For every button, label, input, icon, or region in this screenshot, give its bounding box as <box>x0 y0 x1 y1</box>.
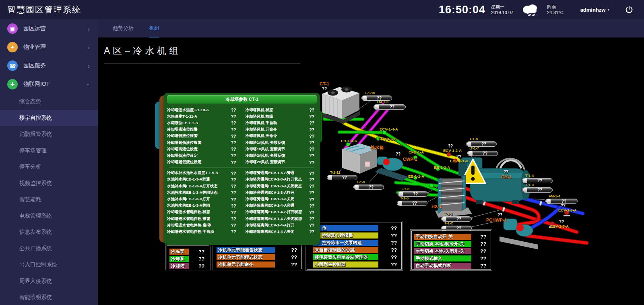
sidebar-subitem[interactable]: 电梯管理系统 <box>0 208 98 224</box>
user-menu[interactable]: adminhzw ▾ <box>580 7 609 13</box>
sidebar-subitem[interactable]: 消防报警系统 <box>0 126 98 143</box>
param-row: 冷却塔风机 关命令 ?? <box>246 133 317 139</box>
sidebar-subitem[interactable]: 视频监控系统 <box>0 175 98 192</box>
equipment-label-EB-1-1-A: EB-1-1-A <box>408 174 424 179</box>
sidebar-subitem[interactable]: 信息发布系统 <box>0 224 98 241</box>
param-row: 冷却塔2#风机 变频调节 ?? <box>246 159 317 166</box>
weather-label: 阵雨 <box>547 4 563 10</box>
header: 智慧园区管理系统 16:50:04 星期一 2019.10.07 阵雨 24-3… <box>0 0 644 19</box>
param-row: 冷却塔1#风机 变频反馈 ?? <box>246 139 317 146</box>
sensor-T-1-11: T-1-11 ?? <box>327 170 357 180</box>
energy-status-panel: 冷机单元节能准备状态 ?? 冷机单元节能模式状态 ?? 冷机单元节能命令 ?? <box>214 244 302 269</box>
sidebar-subitem-label: 智能照明系统 <box>19 294 52 301</box>
status-row: 心跳到主控制器 ?? <box>310 261 399 268</box>
content-area: A区–冷水机组 <box>98 37 644 305</box>
param-row: 冷却塔隔离阀ECV-1-4-A关闭状态 ?? <box>246 216 317 222</box>
sidebar-subitem[interactable]: 出入口控制系统 <box>0 257 98 273</box>
param-panel-body: 冷却塔进水温度T-1-10-A ?? 水箱温度T-1-11-A ?? 水箱液位L… <box>164 106 320 236</box>
equipment-label-ECV-1-5-A: ?? ECV-1-5-A <box>550 220 569 228</box>
manual-switch-panel: 手动切换自动开-关 ?? 手动切换 本地-制冷开-关 ?? 手动切换 本地-关闭… <box>411 230 491 270</box>
equipment-label-ECV-1-1-A: ?? ECV-1-1-A <box>450 154 469 163</box>
app-title: 智慧园区管理系统 <box>0 4 98 15</box>
shield-icon: ✚ <box>7 79 18 89</box>
sensor-T-1-9: T-1-9 ?? <box>353 180 384 190</box>
param-row: 冷却塔进水管电伴热 状态 ?? <box>167 209 239 216</box>
param-panel-title: 冷却塔参数 CT-1 <box>167 95 317 104</box>
status-row: 手动模式输入 ?? <box>414 255 488 261</box>
sidebar-subitem[interactable]: 公共广播系统 <box>0 241 98 257</box>
sidebar-item[interactable]: ▣ 园区运营 › <box>0 19 98 38</box>
sensor-T-1-7: T-1-7 ?? <box>467 146 498 156</box>
equipment-label-EB-1-2-A: EB-1-2-A <box>434 166 450 170</box>
sidebar-item[interactable]: ☎ 园区服务 › <box>0 56 98 75</box>
equipment-label-ECV-1-6-A: ?? ECV-1-6-A <box>558 203 577 212</box>
sidebar-subitem-label: 智慧能耗 <box>19 196 41 203</box>
sidebar-subitem[interactable]: 智慧能耗 <box>0 191 98 208</box>
tab[interactable]: 趋势分析 <box>113 19 134 37</box>
sidebar-sub-nav: 综合态势 楼宇自控系统 消防报警系统 停车场管理 停车分析 视频监控系统 智慧能… <box>0 93 98 305</box>
clock-time: 16:50:04 <box>439 4 485 16</box>
gauge-capsule: ?? <box>467 151 498 156</box>
sensor-T-1-4: T-1-4 ?? <box>522 174 553 183</box>
sidebar-subitem-label: 停车场管理 <box>19 147 47 154</box>
param-row: 冷却塔高液位设定 ?? <box>167 146 239 152</box>
tab[interactable]: 机组 <box>149 19 159 37</box>
param-row: 冷却塔进水管电伴热 手自动 ?? <box>167 228 239 235</box>
param-row: 冷却塔旁通阀ECV-1-3-A打开状态 ?? <box>246 176 317 183</box>
sensor-T-1-6: T-1-6 ?? <box>398 187 428 197</box>
sensor-T-1-1: T-1-1 ?? <box>441 212 472 222</box>
sidebar-subitem-label: 电梯管理系统 <box>19 212 52 220</box>
param-row: 冷却塔低液位设定 ?? <box>167 152 239 159</box>
param-row: 冷却塔高液位报警 ?? <box>167 127 239 133</box>
param-row: 冷却塔超低液位报警 ?? <box>167 139 239 146</box>
status-row: 手动切换 本地-制冷开-关 ?? <box>414 241 488 247</box>
param-row: 冷却塔隔离阀ECV-1-4-A打开状态 ?? <box>246 209 317 216</box>
equipment-label-CH-1: ?? CH-1 <box>501 170 512 179</box>
equipment-label-ECV-1-2-A: ?? ECV-1-2-A <box>443 144 462 153</box>
service-icon: ☎ <box>7 60 18 71</box>
chevron-right-icon: › <box>88 25 90 32</box>
equipment-label-CFD-1-A: CFD-1-A <box>409 150 424 155</box>
sidebar-subitem[interactable]: 智能照明系统 <box>0 289 98 305</box>
sidebar-main-nav: ▣ 园区运营 › ✦ 物业管理 › ☎ 园区服务 › ✚ 物联网IOT › <box>0 19 98 93</box>
sidebar-subitem-label: 综合态势 <box>19 98 41 105</box>
sensor-FM-1-5: FM-1-5 ?? <box>374 100 406 110</box>
status-row: 接电装置失电至冷站管理器 ?? <box>310 254 399 260</box>
param-row: 冷却塔进水管电伴热 启/停 ?? <box>167 222 239 228</box>
chevron-right-icon: › <box>88 44 90 51</box>
param-row: 水箱温度T-1-11-A ?? <box>167 113 239 120</box>
sidebar-item-label: 物业管理 <box>23 44 46 51</box>
sidebar-item[interactable]: ✦ 物业管理 › <box>0 38 98 56</box>
chevron-down-icon: › <box>85 83 92 85</box>
sidebar-subitem-label: 周界入侵系统 <box>19 278 52 285</box>
sidebar-item-label: 园区服务 <box>23 62 46 69</box>
param-row: 冷却塔隔离阀ECV-1-4-A关闭 ?? <box>246 228 317 235</box>
param-row: 冷却塔旁通阀ECV-1-3-A打开 ?? <box>246 189 317 196</box>
weather-cloud-icon <box>520 2 541 18</box>
status-row: 冷机单元节能命令 ?? <box>217 261 299 268</box>
status-row: 手动切换 本地-关闭开-关 ?? <box>414 248 488 254</box>
weekday-label: 星期一 <box>491 4 513 10</box>
sensor-FM-1-4: FM-1-4 ?? <box>545 194 578 204</box>
sensor-T-1-2: T-1-2 ?? <box>441 221 472 231</box>
param-row: 水池补水阀EB-1-3-A打开状态 ?? <box>167 183 239 189</box>
power-icon[interactable] <box>625 5 634 14</box>
param-row: 冷却塔旁通阀ECV-1-3-A关闭 ?? <box>246 196 317 202</box>
param-row: 冷却塔风机 故障 ?? <box>246 113 317 120</box>
sidebar-subitem[interactable]: 楼宇自控系统 <box>0 110 98 127</box>
temperature-label: 24-31°C <box>547 10 563 15</box>
param-row: 冷却塔旁通阀ECV-1-3-A旁通 ?? <box>246 170 317 176</box>
sidebar-subitem[interactable]: 停车场管理 <box>0 143 98 159</box>
clock-cluster: 16:50:04 星期一 2019.10.07 阵雨 24-31°C admin… <box>439 2 644 18</box>
date-label: 2019.10.07 <box>491 10 513 15</box>
sidebar-item[interactable]: ✚ 物联网IOT › <box>0 75 98 93</box>
sidebar-item-label: 园区运营 <box>23 25 46 32</box>
chevron-down-icon: ▾ <box>607 8 609 12</box>
param-row: 冷却塔隔离阀ECV-1-4-A打开 ?? <box>246 222 317 228</box>
sidebar-subitem[interactable]: 停车分析 <box>0 159 98 175</box>
equipment-label-ECV-1-3-A: ECV-1-3-A <box>378 137 397 141</box>
status-row: 控制器心跳报警 ?? <box>310 232 399 239</box>
status-row: 来自群控制器的心跳 ?? <box>310 247 399 253</box>
sidebar-subitem[interactable]: 综合态势 <box>0 93 98 110</box>
sidebar-subitem[interactable]: 周界入侵系统 <box>0 273 98 290</box>
